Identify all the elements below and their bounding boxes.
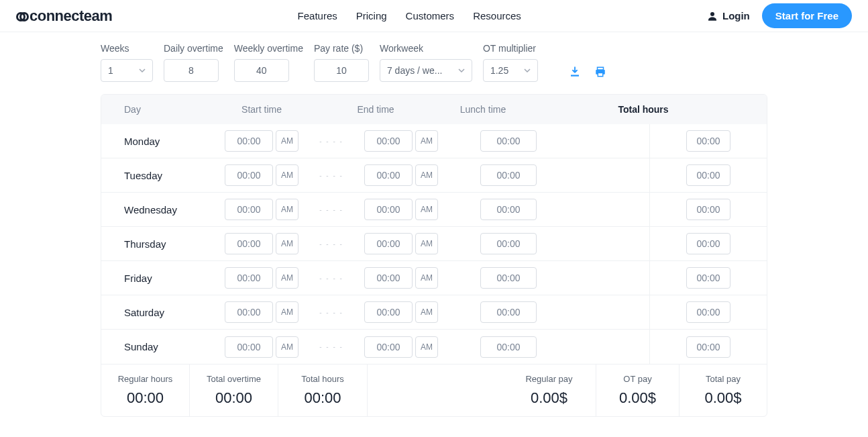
- workweek-label: Workweek: [380, 43, 472, 54]
- lunch-time-input[interactable]: [480, 164, 537, 186]
- total-row: 00:00: [650, 158, 767, 193]
- regular-pay-box: Regular pay 0.00$: [502, 365, 596, 416]
- chevron-down-icon: [139, 67, 146, 74]
- ot-mult-label: OT multiplier: [483, 43, 538, 54]
- total-hours-display: 00:00: [686, 301, 730, 323]
- table-row: WednesdayAM- - - -AM: [101, 193, 649, 227]
- day-cell: Thursday: [124, 238, 205, 250]
- start-ampm-select[interactable]: AM: [276, 164, 299, 186]
- end-ampm-select[interactable]: AM: [415, 267, 438, 289]
- workweek-select[interactable]: 7 days / we...: [380, 59, 472, 82]
- daily-ot-control: Daily overtime 8: [164, 43, 223, 82]
- nav-features[interactable]: Features: [298, 10, 337, 21]
- table-row: MondayAM- - - -AM: [101, 124, 649, 158]
- lunch-time-input[interactable]: [480, 267, 537, 289]
- chevron-down-icon: [524, 67, 531, 74]
- svg-rect-2: [597, 67, 603, 70]
- regular-hours-value: 00:00: [127, 389, 164, 407]
- regular-hours-label: Regular hours: [118, 374, 173, 384]
- start-ampm-select[interactable]: AM: [276, 130, 299, 152]
- start-time-input[interactable]: [225, 267, 273, 289]
- header-day: Day: [124, 104, 205, 115]
- login-link[interactable]: Login: [706, 10, 750, 22]
- time-dashes: - - - -: [319, 309, 344, 316]
- end-time-input[interactable]: [364, 164, 413, 186]
- start-ampm-select[interactable]: AM: [276, 267, 299, 289]
- table-body: MondayAM- - - -AMTuesdayAM- - - -AMWedne…: [101, 124, 767, 364]
- lunch-group: [458, 233, 559, 254]
- ot-pay-label: OT pay: [623, 374, 651, 384]
- end-ampm-select[interactable]: AM: [415, 233, 438, 254]
- pay-rate-input[interactable]: 10: [314, 59, 369, 82]
- daily-ot-input[interactable]: 8: [164, 59, 219, 82]
- pay-rate-control: Pay rate ($) 10: [314, 43, 369, 82]
- end-ampm-select[interactable]: AM: [415, 301, 438, 323]
- end-time-input[interactable]: [364, 233, 413, 254]
- weeks-value: 1: [108, 65, 113, 76]
- start-time-input[interactable]: [225, 233, 273, 254]
- start-free-button[interactable]: Start for Free: [762, 3, 852, 28]
- day-cell: Saturday: [124, 307, 205, 318]
- day-cell: Wednesday: [124, 204, 205, 215]
- end-time-group: AM: [344, 233, 458, 254]
- end-ampm-select[interactable]: AM: [415, 130, 438, 152]
- total-row: 00:00: [650, 330, 767, 364]
- login-label: Login: [722, 10, 750, 21]
- controls-bar: Weeks 1 Daily overtime 8 Weekly overtime…: [101, 43, 767, 94]
- weeks-select[interactable]: 1: [101, 59, 153, 82]
- brand-logo[interactable]: connecteam: [16, 7, 112, 25]
- end-time-input[interactable]: [364, 336, 413, 358]
- header-end: End time: [319, 104, 433, 115]
- summary-pay-group: Regular pay 0.00$ OT pay 0.00$ Total pay…: [502, 365, 767, 416]
- end-time-group: AM: [344, 164, 458, 186]
- total-hours-display: 00:00: [686, 164, 730, 186]
- start-ampm-select[interactable]: AM: [276, 199, 299, 220]
- day-cell: Monday: [124, 136, 205, 147]
- ot-mult-value: 1.25: [490, 65, 508, 76]
- print-icon[interactable]: [594, 66, 606, 78]
- time-dashes: - - - -: [319, 275, 344, 282]
- workweek-value: 7 days / we...: [387, 65, 442, 76]
- end-ampm-select[interactable]: AM: [415, 199, 438, 220]
- regular-pay-value: 0.00$: [531, 389, 567, 407]
- end-ampm-select[interactable]: AM: [415, 336, 438, 358]
- start-time-input[interactable]: [225, 199, 273, 220]
- total-hours-label: Total hours: [301, 374, 344, 384]
- lunch-time-input[interactable]: [480, 336, 537, 358]
- workweek-control: Workweek 7 days / we...: [380, 43, 472, 82]
- end-time-input[interactable]: [364, 267, 413, 289]
- end-time-input[interactable]: [364, 130, 413, 152]
- header-start: Start time: [205, 104, 319, 115]
- start-time-input[interactable]: [225, 164, 273, 186]
- end-ampm-select[interactable]: AM: [415, 164, 438, 186]
- end-time-input[interactable]: [364, 301, 413, 323]
- weekly-ot-input[interactable]: 40: [234, 59, 289, 82]
- ot-mult-select[interactable]: 1.25: [483, 59, 538, 82]
- day-cell: Sunday: [124, 341, 205, 352]
- total-ot-box: Total overtime 00:00: [190, 365, 278, 416]
- end-time-input[interactable]: [364, 199, 413, 220]
- nav-customers[interactable]: Customers: [406, 10, 455, 21]
- start-ampm-select[interactable]: AM: [276, 336, 299, 358]
- start-time-input[interactable]: [225, 301, 273, 323]
- nav-resources[interactable]: Resources: [473, 10, 521, 21]
- lunch-time-input[interactable]: [480, 199, 537, 220]
- lunch-group: [458, 164, 559, 186]
- header-lunch: Lunch time: [433, 104, 533, 115]
- download-icon[interactable]: [569, 66, 581, 78]
- lunch-time-input[interactable]: [480, 233, 537, 254]
- daily-ot-label: Daily overtime: [164, 43, 223, 54]
- start-ampm-select[interactable]: AM: [276, 233, 299, 254]
- total-pay-label: Total pay: [706, 374, 741, 384]
- total-hours-display: 00:00: [686, 336, 730, 358]
- total-hours-box: Total hours 00:00: [278, 365, 367, 416]
- lunch-time-input[interactable]: [480, 301, 537, 323]
- lunch-time-input[interactable]: [480, 130, 537, 152]
- action-icons: [569, 66, 606, 82]
- end-time-group: AM: [344, 267, 458, 289]
- start-time-input[interactable]: [225, 336, 273, 358]
- nav-pricing[interactable]: Pricing: [356, 10, 387, 21]
- table-row: SaturdayAM- - - -AM: [101, 295, 649, 330]
- start-time-input[interactable]: [225, 130, 273, 152]
- start-ampm-select[interactable]: AM: [276, 301, 299, 323]
